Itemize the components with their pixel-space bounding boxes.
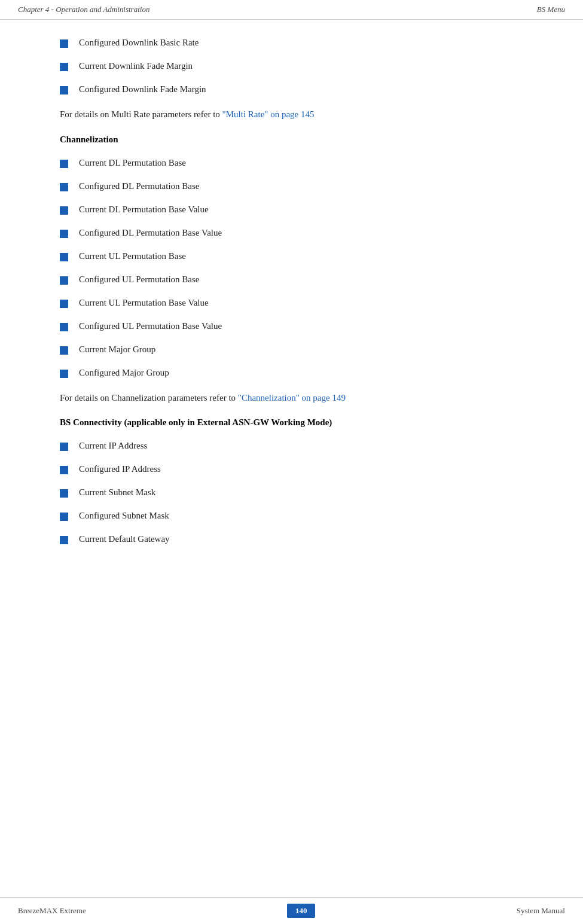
channelization-heading: Channelization [60,135,535,145]
bullet-square-icon [60,63,68,71]
bullet-label: Configured DL Permutation Base [79,181,200,191]
list-item: Configured DL Permutation Base [60,181,535,191]
list-item: Configured Downlink Basic Rate [60,38,535,48]
para-channelization: For details on Channelization parameters… [60,391,535,405]
para2-link[interactable]: "Channelization" on page 149 [238,393,346,402]
page-footer: BreezeMAX Extreme 140 System Manual [0,897,583,924]
bs-connectivity-normal: (applicable only in External ASN-GW Work… [122,417,332,427]
footer-right: System Manual [517,906,565,916]
bullet-label: Configured UL Permutation Base [79,275,200,285]
list-item: Current Default Gateway [60,534,535,544]
bullet-square-icon [60,206,68,215]
bullet-square-icon [60,86,68,94]
footer-left: BreezeMAX Extreme [18,906,86,916]
list-item: Current Subnet Mask [60,487,535,498]
bullet-label: Current UL Permutation Base [79,251,186,261]
bullet-square-icon [60,230,68,238]
bs-connectivity-bold: BS Connectivity [60,417,122,427]
bullet-square-icon [60,536,68,544]
bullet-label: Configured Downlink Basic Rate [79,38,199,48]
bullet-label: Current UL Permutation Base Value [79,298,209,308]
bullet-label: Configured DL Permutation Base Value [79,228,222,238]
bullet-label: Configured Major Group [79,368,169,378]
list-item: Current Downlink Fade Margin [60,61,535,71]
para2-prefix: For details on Channelization parameters… [60,393,238,402]
list-item: Configured Major Group [60,368,535,378]
page-header: Chapter 4 - Operation and Administration… [0,0,583,20]
bullet-square-icon [60,160,68,168]
bullet-square-icon [60,39,68,48]
bullet-square-icon [60,276,68,285]
bullet-label: Configured Downlink Fade Margin [79,84,206,94]
list-item: Current IP Address [60,441,535,451]
para1-prefix: For details on Multi Rate parameters ref… [60,109,222,119]
list-item: Configured Downlink Fade Margin [60,84,535,94]
list-item: Configured UL Permutation Base Value [60,321,535,331]
list-item: Configured DL Permutation Base Value [60,228,535,238]
bullet-label: Current DL Permutation Base Value [79,205,209,215]
list-item: Current DL Permutation Base Value [60,205,535,215]
list-item: Configured IP Address [60,464,535,474]
list-item: Current UL Permutation Base Value [60,298,535,308]
bullet-label: Configured IP Address [79,464,161,474]
bullet-square-icon [60,253,68,261]
header-left: Chapter 4 - Operation and Administration [18,5,149,14]
bullet-square-icon [60,466,68,474]
bullet-square-icon [60,300,68,308]
bullet-label: Current Downlink Fade Margin [79,61,193,71]
main-content: Configured Downlink Basic RateCurrent Do… [0,20,583,605]
footer-page-number: 140 [287,904,316,918]
para-multirate: For details on Multi Rate parameters ref… [60,108,535,121]
list-item: Current DL Permutation Base [60,158,535,168]
bullet-square-icon [60,183,68,191]
bullet-square-icon [60,346,68,355]
list-item: Configured Subnet Mask [60,511,535,521]
para1-link[interactable]: "Multi Rate" on page 145 [222,109,315,119]
list-item: Current UL Permutation Base [60,251,535,261]
bullet-square-icon [60,370,68,378]
bullet-square-icon [60,443,68,451]
list-item: Configured UL Permutation Base [60,275,535,285]
bs-connectivity-heading: BS Connectivity (applicable only in Exte… [60,417,535,428]
bullet-label: Configured Subnet Mask [79,511,169,521]
header-right: BS Menu [537,5,565,14]
top-bullet-list: Configured Downlink Basic RateCurrent Do… [60,38,535,94]
bullet-label: Current Major Group [79,344,155,355]
bullet-square-icon [60,513,68,521]
connectivity-bullet-list: Current IP AddressConfigured IP AddressC… [60,441,535,544]
list-item: Current Major Group [60,344,535,355]
channelization-bullet-list: Current DL Permutation BaseConfigured DL… [60,158,535,378]
bullet-label: Current Subnet Mask [79,487,155,498]
bullet-square-icon [60,489,68,498]
bullet-label: Configured UL Permutation Base Value [79,321,222,331]
bullet-label: Current IP Address [79,441,147,451]
bullet-label: Current DL Permutation Base [79,158,186,168]
bullet-square-icon [60,323,68,331]
bullet-label: Current Default Gateway [79,534,170,544]
